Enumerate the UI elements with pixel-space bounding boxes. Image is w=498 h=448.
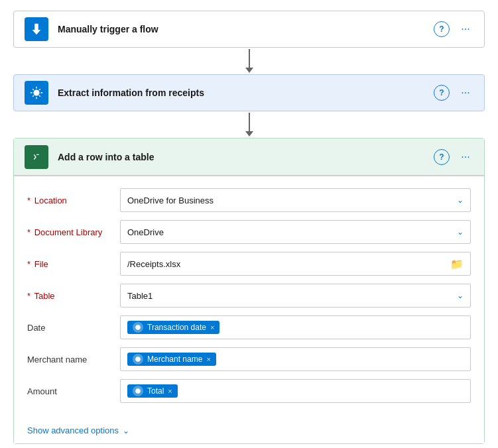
table-label: * Table — [27, 291, 120, 301]
extract-title: Extract information from receipts — [58, 87, 434, 98]
amount-token: Total × — [127, 384, 178, 398]
form-row-table: * Table Table1 ⌄ — [27, 280, 471, 311]
arrow-head-1 — [245, 68, 253, 73]
merchant-name-label: Merchant name — [27, 355, 120, 364]
merchant-name-token: Merchant name × — [127, 353, 216, 366]
arrow-head-2 — [245, 131, 253, 137]
excel-step-header: Add a row into a table ? ··· — [14, 139, 484, 176]
file-label: * File — [27, 259, 120, 269]
trigger-step: Manually trigger a flow ? ··· — [13, 11, 485, 48]
table-dropdown[interactable]: Table1 ⌄ — [120, 284, 471, 308]
extract-step: Extract information from receipts ? ··· — [13, 74, 485, 111]
date-token-icon — [133, 322, 143, 333]
file-folder-icon: 📁 — [450, 258, 464, 270]
date-token-label: Transaction date — [147, 323, 206, 332]
table-value: Table1 — [127, 291, 153, 301]
extract-actions: ? ··· — [434, 85, 473, 101]
form-row-date: Date Transaction date × — [27, 311, 471, 343]
trigger-icon — [25, 17, 48, 41]
trigger-help-button[interactable]: ? — [434, 21, 450, 37]
extract-help-button[interactable]: ? — [434, 85, 450, 101]
merchant-name-token-icon — [133, 354, 143, 364]
form-row-amount: Amount Total × — [27, 375, 471, 407]
excel-step: Add a row into a table ? ··· * Location … — [13, 138, 485, 444]
amount-label: Amount — [27, 386, 120, 396]
form-row-document-library: * Document Library OneDrive ⌄ — [27, 216, 471, 248]
excel-title: Add a row into a table — [58, 152, 434, 162]
excel-more-button[interactable]: ··· — [458, 149, 473, 165]
document-library-value: OneDrive — [127, 227, 164, 237]
location-dropdown[interactable]: OneDrive for Business ⌄ — [120, 188, 471, 212]
arrow-line-1 — [249, 49, 250, 68]
date-input[interactable]: Transaction date × — [120, 315, 471, 339]
trigger-more-button[interactable]: ··· — [458, 21, 473, 37]
file-value: /Receipts.xlsx — [127, 259, 180, 269]
merchant-name-input[interactable]: Merchant name × — [120, 347, 471, 371]
amount-token-close[interactable]: × — [168, 387, 172, 395]
amount-token-label: Total — [147, 386, 164, 396]
form-row-merchant-name: Merchant name Merchant name × — [27, 343, 471, 375]
advanced-options[interactable]: Show advanced options ⌄ — [14, 418, 484, 443]
date-label: Date — [27, 323, 120, 333]
file-picker[interactable]: /Receipts.xlsx 📁 — [120, 252, 471, 276]
excel-icon — [25, 145, 48, 169]
location-dropdown-arrow: ⌄ — [457, 196, 464, 205]
location-value: OneDrive for Business — [127, 196, 214, 205]
ai-icon — [25, 81, 48, 105]
trigger-actions: ? ··· — [434, 21, 473, 37]
document-library-dropdown-arrow: ⌄ — [457, 227, 464, 237]
arrow-connector-2 — [245, 111, 253, 138]
advanced-options-label: Show advanced options — [27, 425, 119, 435]
arrow-connector-1 — [245, 48, 253, 74]
date-token-close[interactable]: × — [210, 323, 214, 331]
excel-actions: ? ··· — [434, 149, 473, 165]
svg-rect-1 — [31, 151, 42, 162]
document-library-label: * Document Library — [27, 227, 120, 237]
arrow-line-2 — [249, 113, 250, 131]
amount-token-icon — [133, 386, 143, 396]
date-token: Transaction date × — [127, 321, 219, 334]
location-label: * Location — [27, 196, 120, 205]
form-row-file: * File /Receipts.xlsx 📁 — [27, 248, 471, 280]
table-dropdown-arrow: ⌄ — [457, 291, 464, 300]
extract-more-button[interactable]: ··· — [458, 85, 473, 101]
trigger-title: Manually trigger a flow — [58, 24, 434, 34]
excel-form-body: * Location OneDrive for Business ⌄ * Doc… — [14, 176, 484, 418]
amount-input[interactable]: Total × — [120, 379, 471, 403]
merchant-name-token-close[interactable]: × — [206, 355, 210, 363]
flow-container: Manually trigger a flow ? ··· Extract in… — [0, 0, 498, 448]
document-library-dropdown[interactable]: OneDrive ⌄ — [120, 220, 471, 244]
svg-point-0 — [33, 89, 39, 95]
form-row-location: * Location OneDrive for Business ⌄ — [27, 184, 471, 216]
merchant-name-token-label: Merchant name — [147, 355, 202, 364]
advanced-options-chevron: ⌄ — [123, 426, 129, 435]
excel-help-button[interactable]: ? — [434, 149, 450, 165]
